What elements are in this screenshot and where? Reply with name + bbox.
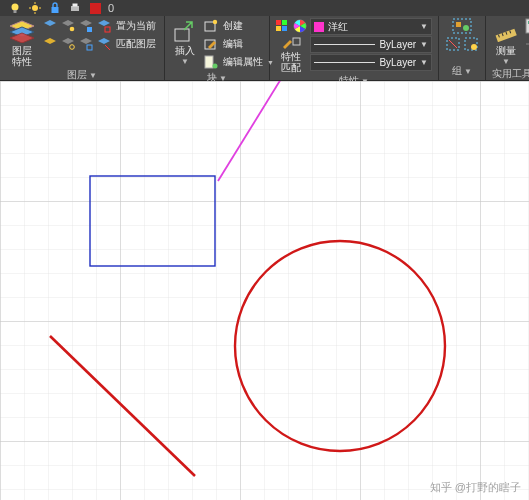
svg-rect-1 — [14, 10, 17, 13]
chevron-down-icon: ▼ — [420, 40, 428, 49]
chevron-down-icon: ▼ — [420, 22, 428, 31]
svg-marker-13 — [10, 33, 34, 43]
grid-background — [0, 81, 529, 500]
lightbulb-icon[interactable] — [8, 1, 22, 15]
insert-label: 插入 — [175, 45, 195, 56]
svg-rect-40 — [314, 22, 324, 32]
ungroup-icon[interactable] — [445, 36, 461, 52]
svg-rect-20 — [105, 27, 110, 32]
svg-rect-10 — [90, 3, 101, 14]
panel-block: 插入 ▼ 创建 编辑 编辑属性 ▼ — [165, 16, 270, 80]
layer-unlock-icon[interactable] — [78, 36, 94, 52]
svg-marker-21 — [44, 38, 56, 44]
watermark: 知乎 @打野的瞎子 — [430, 480, 521, 495]
insert-block-button[interactable]: 插入 ▼ — [171, 18, 199, 66]
panel-title-group[interactable]: 组▼ — [445, 63, 479, 80]
chevron-down-icon: ▼ — [502, 57, 510, 66]
chevron-down-icon: ▼ — [420, 58, 428, 67]
svg-point-30 — [213, 20, 217, 24]
layer-name[interactable]: 0 — [108, 2, 114, 14]
measure-label: 测量 — [496, 45, 516, 56]
linetype-value: ByLayer — [379, 57, 416, 68]
set-current-button[interactable]: 置为当前 — [114, 19, 158, 33]
svg-marker-15 — [62, 20, 74, 26]
insert-icon — [171, 18, 199, 44]
svg-rect-9 — [73, 4, 78, 7]
measure-icon — [492, 18, 520, 44]
color-wheel-icon[interactable] — [292, 18, 308, 34]
ribbon: 0 图层 特性 置为当前 — [0, 0, 529, 81]
panel-utilities: 测量 ▼ 实用工具▼ — [486, 16, 529, 80]
linetype-dropdown[interactable]: ByLayer ▼ — [310, 54, 432, 71]
edit-attributes-icon[interactable] — [203, 54, 219, 70]
create-block-icon[interactable] — [203, 18, 219, 34]
edit-attributes-button[interactable]: 编辑属性 — [221, 55, 265, 69]
svg-line-45 — [449, 40, 457, 48]
svg-marker-17 — [80, 20, 92, 26]
layer-off-icon[interactable] — [42, 18, 58, 34]
match-prop-icon — [277, 36, 305, 50]
lineweight-sample — [314, 44, 375, 45]
group-icon[interactable] — [452, 18, 472, 34]
create-block-button[interactable]: 创建 — [221, 19, 245, 33]
svg-point-43 — [463, 25, 469, 31]
color-swatch — [314, 22, 324, 32]
edit-block-button[interactable]: 编辑 — [221, 37, 245, 51]
linetype-sample — [314, 62, 375, 63]
svg-rect-35 — [282, 20, 287, 25]
layer-isolate-icon[interactable] — [96, 18, 112, 34]
chevron-down-icon: ▼ — [181, 57, 189, 66]
svg-rect-28 — [175, 29, 189, 41]
measure-button[interactable]: 测量 ▼ — [492, 18, 520, 66]
canvas-svg — [0, 81, 529, 500]
chevron-down-icon: ▼ — [464, 67, 472, 76]
svg-marker-26 — [98, 38, 110, 44]
svg-rect-18 — [87, 27, 92, 32]
sun-icon[interactable] — [28, 1, 42, 15]
svg-rect-32 — [205, 56, 213, 68]
svg-rect-41 — [453, 19, 471, 33]
match-properties-button[interactable]: 特性 匹配 — [276, 36, 306, 73]
svg-marker-22 — [62, 38, 74, 44]
color-value: 洋红 — [328, 20, 416, 34]
layer-tools-grid: 置为当前 匹配图层 — [42, 18, 158, 52]
layer-unisolate-icon[interactable] — [96, 36, 112, 52]
layer-on-icon[interactable] — [42, 36, 58, 52]
color-dropdown[interactable]: 洋红 ▼ — [310, 18, 432, 35]
panel-layers: 图层 特性 置为当前 匹配图层 — [0, 16, 165, 80]
point-icon[interactable] — [524, 36, 529, 52]
layer-thaw-icon[interactable] — [60, 36, 76, 52]
layer-freeze-icon[interactable] — [60, 18, 76, 34]
lineweight-value: ByLayer — [379, 39, 416, 50]
svg-marker-19 — [98, 20, 110, 26]
group-edit-icon[interactable] — [463, 36, 479, 52]
svg-rect-25 — [87, 45, 92, 50]
layers-stack-icon — [8, 18, 36, 44]
svg-marker-24 — [80, 38, 92, 44]
calculator-icon[interactable] — [524, 18, 529, 34]
color-swatch-icon[interactable] — [88, 1, 102, 15]
drawing-canvas[interactable]: 知乎 @打野的瞎子 — [0, 81, 529, 500]
match-layer-button[interactable]: 匹配图层 — [114, 37, 158, 51]
layer-properties-button[interactable]: 图层 特性 — [6, 18, 38, 67]
svg-line-27 — [105, 45, 110, 50]
svg-rect-42 — [456, 22, 461, 27]
ribbon-panels: 图层 特性 置为当前 匹配图层 — [0, 16, 529, 80]
svg-point-23 — [70, 45, 75, 50]
chevron-down-icon: ▼ — [89, 71, 97, 80]
edit-block-icon[interactable] — [203, 36, 219, 52]
print-icon[interactable] — [68, 1, 82, 15]
layer-lock-icon[interactable] — [78, 18, 94, 34]
svg-rect-37 — [282, 26, 287, 31]
bylayer-colors-icon[interactable] — [274, 18, 290, 34]
svg-point-16 — [70, 27, 75, 32]
match-prop-label: 特性 匹配 — [281, 51, 301, 73]
lock-icon[interactable] — [48, 1, 62, 15]
svg-point-0 — [12, 4, 19, 11]
svg-rect-34 — [276, 20, 281, 25]
panel-properties: 特性 匹配 洋红 ▼ ByLayer ▼ — [270, 16, 439, 80]
lineweight-dropdown[interactable]: ByLayer ▼ — [310, 36, 432, 53]
quick-layer-strip: 0 — [0, 0, 529, 16]
svg-marker-14 — [44, 20, 56, 26]
block-tools: 创建 编辑 编辑属性 ▼ — [203, 18, 274, 70]
